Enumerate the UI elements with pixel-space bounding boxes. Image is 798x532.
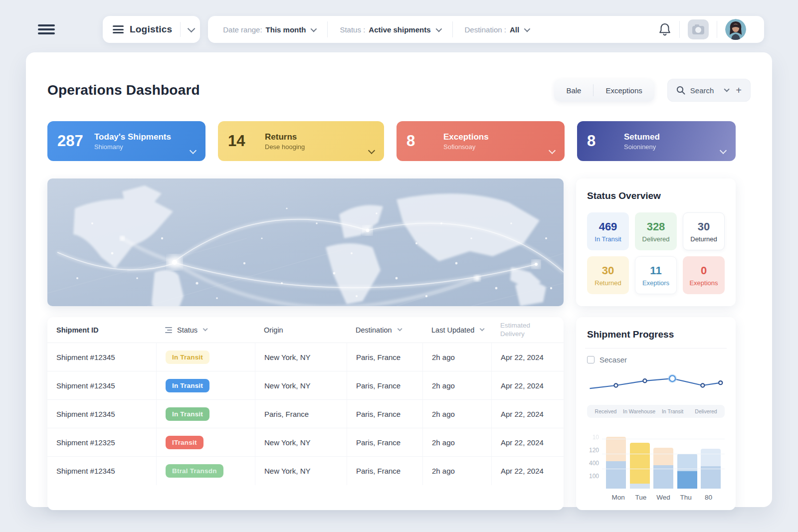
cell-eta: Apr 22, 2024 bbox=[491, 371, 564, 399]
bar-chart-y-axis: 10120400100 bbox=[587, 434, 599, 480]
line-label: Delivered bbox=[689, 408, 723, 414]
cell-destination: Paris, France bbox=[347, 343, 422, 371]
camera-button[interactable] bbox=[688, 19, 709, 39]
user-avatar[interactable] bbox=[725, 19, 746, 40]
y-tick: 120 bbox=[587, 447, 599, 454]
kpi-card-1[interactable]: 14 Returns Dese hooging bbox=[218, 121, 384, 161]
app-name: Logistics bbox=[130, 24, 172, 35]
divider bbox=[679, 21, 680, 38]
weekly-bar-chart: 10120400100 bbox=[602, 430, 725, 489]
world-map bbox=[47, 178, 564, 306]
bar-mon[interactable] bbox=[606, 437, 626, 489]
add-icon[interactable]: + bbox=[736, 85, 742, 96]
status-badge: Btral Transdn bbox=[166, 464, 223, 478]
status-badge: ITransit bbox=[166, 436, 203, 449]
kpi-subtitle: Soionineny bbox=[624, 143, 660, 151]
search-icon bbox=[676, 86, 685, 95]
col-estimated-delivery[interactable]: Estimated Delivery bbox=[491, 322, 551, 339]
bar-segment bbox=[630, 443, 650, 484]
cell-status: In Transit bbox=[156, 343, 255, 371]
col-status[interactable]: Status bbox=[156, 326, 255, 335]
tile-value: 469 bbox=[599, 220, 617, 233]
kpi-value: 8 bbox=[587, 132, 615, 150]
kpi-card-0[interactable]: 287 Today's Shipments Shiomany bbox=[47, 121, 205, 161]
col-shipment-id[interactable]: Shipment ID bbox=[47, 326, 156, 334]
status-grid: 469 In Transit328 Delivered30 Deturned30… bbox=[587, 212, 725, 294]
table-row[interactable]: Shipment #12345 Btral Transdn New York, … bbox=[47, 457, 564, 485]
cell-eta: Apr 22, 2024 bbox=[491, 343, 564, 371]
bar-thu[interactable] bbox=[677, 454, 697, 489]
cell-destination: Paris, France bbox=[347, 371, 422, 399]
kpi-card-2[interactable]: 8 Exceptions Sofionsoay bbox=[397, 121, 565, 161]
chevron-down-icon[interactable] bbox=[190, 147, 197, 154]
tile-label: Exeptiors bbox=[642, 279, 669, 287]
cell-status: Btral Transdn bbox=[156, 457, 255, 485]
chevron-down-icon[interactable] bbox=[549, 147, 556, 154]
status-tile-returned[interactable]: 30 Returned bbox=[587, 256, 629, 294]
y-tick: 10 bbox=[587, 434, 599, 441]
cell-origin: New York, NY bbox=[255, 428, 347, 456]
tile-label: Returned bbox=[595, 279, 621, 287]
notifications-button[interactable] bbox=[658, 22, 671, 36]
bar-segment bbox=[653, 448, 673, 465]
status-tile-exeptions[interactable]: 0 Exeptions bbox=[683, 256, 725, 294]
cell-destination: Paris, France bbox=[347, 457, 422, 485]
line-label: In Warehouse bbox=[622, 408, 656, 414]
cell-status: ITransit bbox=[156, 428, 255, 456]
filter-label: Destination : bbox=[465, 25, 506, 34]
chevron-down-icon[interactable] bbox=[720, 147, 727, 154]
status-tile-exeptiors[interactable]: 11 Exeptiors bbox=[635, 256, 677, 294]
date-range-filter[interactable]: Date range: This month bbox=[211, 16, 327, 43]
x-label: Thu bbox=[675, 494, 697, 501]
gridline bbox=[602, 454, 725, 454]
secaser-checkbox[interactable]: Secaser bbox=[587, 355, 725, 364]
search-button[interactable]: Search + bbox=[667, 79, 751, 102]
line-chart-labels: ReceivedIn WarehouseIn TransitDelivered bbox=[587, 405, 725, 418]
kpi-value: 14 bbox=[228, 132, 256, 150]
chevron-down-icon bbox=[311, 25, 317, 32]
chevron-down-icon[interactable] bbox=[188, 24, 196, 32]
tile-value: 30 bbox=[602, 264, 614, 277]
kpi-card-3[interactable]: 8 Setumed Soionineny bbox=[577, 121, 736, 161]
tile-label: Deturned bbox=[690, 235, 717, 243]
table-row[interactable]: Shipment #12325 ITransit New York, NY Pa… bbox=[47, 428, 564, 457]
cell-last-updated: 2h ago bbox=[422, 400, 491, 428]
bale-button[interactable]: Bale bbox=[554, 86, 593, 95]
status-filter[interactable]: Status : Active shipments bbox=[328, 16, 452, 43]
destination-filter[interactable]: Destination : All bbox=[453, 16, 541, 43]
cell-status: In Transit bbox=[156, 400, 255, 428]
y-tick: 100 bbox=[587, 473, 599, 480]
col-destination[interactable]: Destination bbox=[347, 326, 422, 334]
chevron-down-icon bbox=[480, 326, 485, 331]
chevron-down-icon bbox=[724, 86, 730, 92]
bar-segment bbox=[677, 471, 697, 489]
status-tile-delivered[interactable]: 328 Delivered bbox=[635, 212, 677, 250]
chevron-down-icon[interactable] bbox=[368, 147, 375, 154]
chevron-down-icon bbox=[524, 25, 531, 32]
bar-segment bbox=[606, 437, 626, 461]
table-row[interactable]: Shipment #12345 In Transit New York, NY … bbox=[47, 371, 564, 400]
app-switcher[interactable]: Logistics bbox=[103, 16, 200, 43]
kpi-title: Setumed bbox=[624, 132, 660, 143]
top-bar: Logistics Date range: This month Status … bbox=[0, 15, 798, 44]
chevron-down-icon bbox=[203, 326, 208, 331]
cell-shipment-id: Shipment #12345 bbox=[47, 371, 156, 399]
bar-tue[interactable] bbox=[630, 443, 650, 489]
divider bbox=[180, 22, 181, 37]
chevron-down-icon bbox=[435, 25, 442, 32]
status-tile-in-transit[interactable]: 469 In Transit bbox=[587, 212, 629, 250]
status-tile-deturned[interactable]: 30 Deturned bbox=[683, 212, 725, 250]
table-row[interactable]: Shipment #12345 In Transit New York, NY … bbox=[47, 343, 564, 371]
table-row[interactable]: Shipment #12345 In Transit Paris, France… bbox=[47, 400, 564, 428]
menu-icon[interactable] bbox=[38, 22, 55, 36]
exceptions-button[interactable]: Exceptions bbox=[594, 86, 654, 95]
col-last-updated[interactable]: Last Updated bbox=[422, 326, 491, 334]
bar-segment bbox=[701, 466, 721, 489]
kpi-value: 287 bbox=[57, 132, 85, 150]
bar-segment bbox=[606, 461, 626, 489]
col-origin[interactable]: Origin bbox=[255, 326, 347, 334]
checkbox-icon bbox=[587, 356, 595, 363]
table-header-row: Shipment ID Status Origin Destination La… bbox=[47, 317, 564, 343]
cell-status: In Transit bbox=[156, 371, 255, 399]
kpi-subtitle: Sofionsoay bbox=[443, 143, 489, 151]
